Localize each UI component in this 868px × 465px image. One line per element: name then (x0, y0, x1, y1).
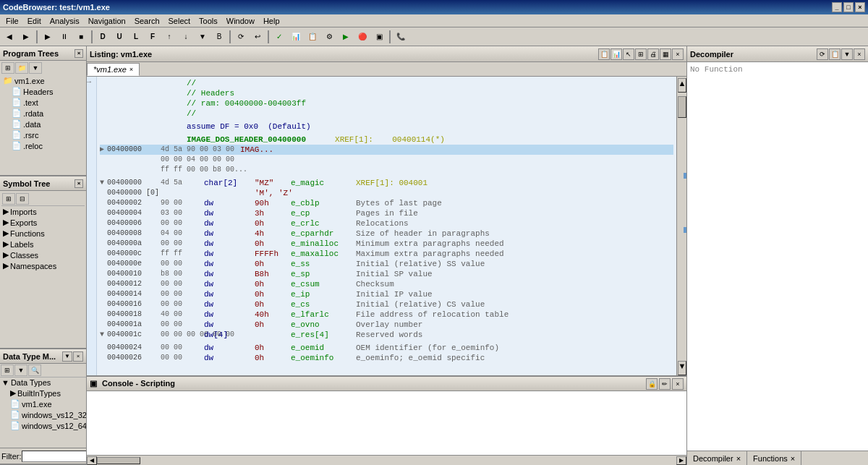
tree-item-reloc[interactable]: 📄 .reloc (10, 140, 85, 151)
listing-scrollbar[interactable]: ▲ ▼ (676, 77, 686, 375)
tree-item-data[interactable]: 📄 .data (10, 119, 85, 129)
row-e_cblp[interactable]: 00400002 90 00 dw 90h e_cblp Bytes of la… (100, 198, 673, 208)
menu-navigation[interactable]: Navigation (84, 16, 130, 26)
dec-btn2[interactable]: 📋 (829, 48, 841, 60)
tree-item-text[interactable]: 📄 .text (10, 97, 85, 108)
tree-item-vm1exe[interactable]: 📁 vm1.exe (1, 75, 85, 86)
menu-select[interactable]: Select (164, 16, 195, 26)
menu-window[interactable]: Window (222, 16, 259, 26)
pt-btn3[interactable]: ▼ (29, 62, 42, 74)
scroll-down-btn[interactable]: ▼ (678, 361, 686, 375)
row-e_ss[interactable]: 0040000e 00 00 dw 0h e_ss Initial (relat… (100, 259, 673, 269)
toolbar-btn8[interactable]: ▼ (195, 29, 210, 45)
tree-item-rsrc[interactable]: 📄 .rsrc (10, 129, 85, 140)
row-e_oemid[interactable]: 00400024 00 00 dw 0h e_oemid OEM identif… (100, 343, 673, 353)
symbol-tree-close[interactable]: × (75, 179, 83, 188)
toolbar-btn6[interactable]: ↑ (161, 29, 177, 45)
dtm-datatypes[interactable]: ▼ Data Types (0, 377, 86, 388)
listing-btn4[interactable]: 🖨 (647, 48, 659, 60)
row-e_cp[interactable]: 00400004 03 00 dw 3h e_cp Pages in file (100, 208, 673, 218)
dtm-tool1[interactable]: ⊞ (1, 364, 14, 376)
sym-labels[interactable]: ▶ Labels (1, 239, 85, 249)
toolbar-btn15[interactable]: 🔴 (354, 29, 370, 45)
sym-classes[interactable]: ▶ Classes (1, 249, 85, 260)
sym-functions[interactable]: ▶ Functions (1, 228, 85, 239)
toolbar-btn3[interactable]: ■ (73, 29, 89, 45)
title-bar-controls[interactable]: _ □ × (832, 2, 865, 12)
tree-item-rdata[interactable]: 📄 .rdata (10, 108, 85, 119)
pt-btn2[interactable]: 📁 (15, 62, 28, 74)
listing-cursor[interactable]: ↖ (623, 48, 634, 60)
toolbar-btn2[interactable]: ⏸ (56, 29, 72, 45)
row-e_crlc[interactable]: 00400006 00 00 dw 0h e_crlc Relocations (100, 218, 673, 229)
collapse-arrow1[interactable]: ▶ (100, 145, 107, 155)
menu-search[interactable]: Search (130, 16, 164, 26)
toolbar-btn9[interactable]: B (211, 29, 227, 45)
listing-btn2[interactable]: 📊 (610, 48, 622, 60)
tree-item-headers[interactable]: 📄 Headers (10, 86, 85, 97)
toolbar-back[interactable]: ◀ (1, 29, 17, 45)
console-close[interactable]: × (672, 378, 684, 390)
sym-btn1[interactable]: ⊞ (2, 193, 15, 205)
menu-analysis[interactable]: Analysis (46, 16, 84, 26)
toolbar-btn7[interactable]: ↓ (178, 29, 194, 45)
scroll-track[interactable] (678, 93, 686, 361)
row-e_maxalloc[interactable]: 0040000c ff ff dw FFFFh e_maxalloc Maxim… (100, 249, 673, 259)
close-button[interactable]: × (855, 2, 865, 12)
listing-close[interactable]: × (672, 48, 684, 60)
toolbar-checkmark[interactable]: ✓ (271, 29, 287, 45)
console-btn2[interactable]: ✏ (659, 378, 671, 390)
toolbar-btn5[interactable]: F (145, 29, 161, 45)
row-e_ip[interactable]: 00400014 00 00 dw 0h e_ip Initial IP val… (100, 289, 673, 299)
dec-close[interactable]: × (854, 48, 865, 60)
sym-exports[interactable]: ▶ Exports (1, 217, 85, 228)
dtm-tool2[interactable]: ▼ (14, 364, 27, 376)
dtm-close[interactable]: × (73, 351, 83, 362)
minimize-button[interactable]: _ (832, 2, 842, 12)
row-e_cs[interactable]: 00400016 00 00 dw 0h e_cs Initial (relat… (100, 299, 673, 310)
sym-namespaces[interactable]: ▶ Namespaces (1, 260, 85, 271)
maximize-button[interactable]: □ (843, 2, 854, 12)
tab-close-btn[interactable]: × (129, 66, 133, 73)
dec-tab-functions[interactable]: Functions × (747, 451, 801, 465)
listing-btn5[interactable]: ▦ (660, 48, 671, 60)
row-e_lfarlc[interactable]: 00400018 40 00 dw 40h e_lfarlc File addr… (100, 310, 673, 320)
h-scrollbar[interactable]: ◀ ▶ (87, 455, 686, 465)
program-trees-close[interactable]: × (75, 49, 83, 58)
scroll-up-btn[interactable]: ▲ (678, 78, 686, 93)
menu-edit[interactable]: Edit (23, 16, 46, 26)
dtm-builtin[interactable]: ▶ BuiltInTypes (9, 388, 86, 398)
dtm-vm1exe[interactable]: 📄 vm1.exe (9, 398, 86, 409)
sym-btn2[interactable]: ⊟ (16, 193, 29, 205)
row-e_cparhdr[interactable]: 00400008 04 00 dw 4h e_cparhdr Size of h… (100, 229, 673, 239)
toolbar-forward[interactable]: ▶ (18, 29, 34, 45)
dec-btn1[interactable]: ⟳ (817, 48, 828, 60)
toolbar-btn4[interactable]: L (128, 29, 144, 45)
toolbar-btn12[interactable]: 📊 (288, 29, 304, 45)
h-scroll-right[interactable]: ▶ (676, 456, 686, 465)
h-scroll-thumb[interactable] (97, 457, 140, 464)
toolbar-btn14[interactable]: ⚙ (321, 29, 337, 45)
expand-arrow2[interactable]: ▼ (100, 330, 107, 340)
row-e_ovno[interactable]: 0040001a 00 00 dw 0h e_ovno Overlay numb… (100, 320, 673, 330)
menu-file[interactable]: File (1, 16, 23, 26)
console-btn1[interactable]: 🔒 (646, 378, 658, 390)
toolbar-redo[interactable]: U (111, 29, 127, 45)
sym-imports[interactable]: ▶ Imports (1, 206, 85, 217)
dec-tab-decompiler-close[interactable]: × (736, 454, 741, 463)
toolbar-btn17[interactable]: 📞 (393, 29, 409, 45)
toolbar-btn1[interactable]: ▶ (40, 29, 56, 45)
toolbar-play[interactable]: ▶ (338, 29, 354, 45)
scroll-thumb[interactable] (678, 96, 686, 118)
tab-vm1exe[interactable]: *vm1.exe × (87, 63, 140, 76)
dec-tab-functions-close[interactable]: × (791, 454, 795, 463)
dtm-win32[interactable]: 📄 windows_vs12_32 (9, 409, 86, 420)
h-scroll-track[interactable] (97, 457, 676, 464)
listing-row-emagic[interactable]: ▼ 00400000 4d 5a char[2] "MZ" e_magic XR… (100, 178, 673, 188)
row-e_sp[interactable]: 00400010 b8 00 dw B8h e_sp Initial SP va… (100, 269, 673, 279)
listing-btn1[interactable]: 📋 (598, 48, 610, 60)
dtm-tool3[interactable]: 🔍 (28, 364, 41, 376)
row-e_oeminfo[interactable]: 00400026 00 00 dw 0h e_oeminfo e_oeminfo… (100, 353, 673, 363)
toolbar-btn10[interactable]: ⟳ (233, 29, 249, 45)
dtm-filter-input[interactable] (22, 451, 87, 462)
